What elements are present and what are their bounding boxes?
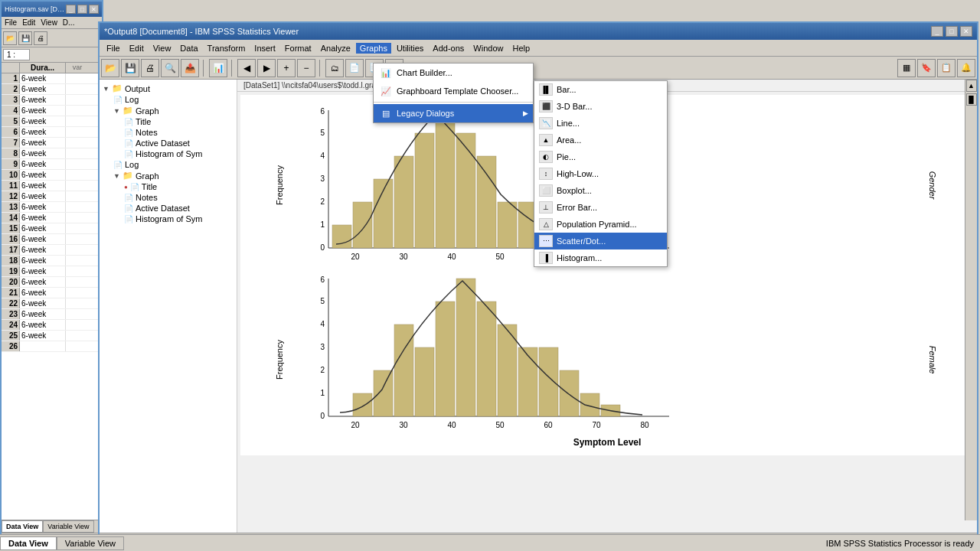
area-label: Area... (557, 135, 581, 145)
log1-doc-icon: 📄 (113, 96, 122, 104)
scatterdot-item[interactable]: ⋯ Scatter/Dot... (534, 233, 667, 249)
tool-print[interactable]: 🖨 (141, 59, 159, 77)
tool-add[interactable]: + (277, 59, 296, 77)
menu-analyze[interactable]: Analyze (317, 43, 354, 54)
svg-rect-47 (394, 324, 413, 416)
activeds1-doc-icon: 📄 (124, 139, 133, 148)
pyramid-item[interactable]: △ Population Pyramid... (534, 216, 667, 233)
menu-addons[interactable]: Add-ons (429, 43, 468, 54)
tool-search[interactable]: 🔍 (161, 59, 179, 77)
viewer-restore-btn[interactable]: □ (946, 26, 958, 37)
menu-view[interactable]: View (149, 43, 175, 54)
de-tool1[interactable]: 📂 (3, 31, 17, 45)
menu-insert[interactable]: Insert (250, 43, 279, 54)
menu-graphs[interactable]: Graphs (356, 43, 391, 54)
svg-rect-50 (456, 279, 475, 416)
tree-item-histogram2[interactable]: 📄 Histogram of Sym (103, 214, 234, 224)
viewer-minimize-btn[interactable]: _ (931, 26, 943, 37)
tree-item-title2[interactable]: ● 📄 Title (103, 181, 234, 192)
data-view-tab-bottom[interactable]: Data View (0, 536, 57, 550)
tree-item-log2[interactable]: 📄 Log (103, 159, 234, 170)
tool-export[interactable]: 📤 (181, 59, 199, 77)
chart-builder-item[interactable]: 📊 Chart Builder... (374, 64, 533, 82)
de-tool3[interactable]: 🖨 (34, 31, 47, 45)
variable-view-tab[interactable]: Variable View (43, 520, 93, 533)
tool-open[interactable]: 📂 (101, 59, 119, 77)
tool-folder2[interactable]: 🗂 (325, 59, 344, 77)
tree-item-notes2[interactable]: 📄 Notes (103, 192, 234, 203)
pie-item[interactable]: ◐ Pie... (534, 148, 667, 165)
tree-item-histogram1[interactable]: 📄 Histogram of Sym (103, 148, 234, 159)
bar-icon: ▐▌ (539, 83, 553, 96)
area-item[interactable]: ▲ Area... (534, 132, 667, 148)
highlow-item[interactable]: ↕ High-Low... (534, 165, 667, 182)
svg-text:60: 60 (544, 421, 553, 429)
table-row: 106-week (2, 170, 102, 181)
tree-item-output[interactable]: ▼ 📁 Output (103, 83, 234, 94)
variable-view-tab-bottom[interactable]: Variable View (57, 536, 124, 550)
line-label: Line... (557, 119, 580, 128)
line-item[interactable]: 📉 Line... (534, 115, 667, 132)
svg-rect-53 (518, 347, 537, 416)
tool-r1[interactable]: ▦ (897, 59, 916, 77)
tree-item-notes1[interactable]: 📄 Notes (103, 127, 234, 138)
viewer-close-btn[interactable]: ✕ (960, 26, 972, 37)
right-scrollbar[interactable]: ▲ █ (965, 80, 977, 520)
tool-doc[interactable]: 📄 (345, 59, 364, 77)
svg-rect-20 (415, 133, 434, 248)
table-row: 26 (2, 341, 102, 352)
graphboard-label: Graphboard Template Chooser... (397, 86, 518, 96)
svg-text:2: 2 (320, 366, 325, 374)
highlow-icon: ↕ (539, 168, 553, 180)
legacy-dialogs-item[interactable]: ▤ Legacy Dialogs ▶ (374, 104, 533, 122)
errorbar-item[interactable]: ⊥ Error Bar... (534, 199, 667, 216)
tree-item-activedataset2[interactable]: 📄 Active Dataset (103, 203, 234, 214)
3dbar-item[interactable]: ⬛ 3-D Bar... (534, 98, 667, 115)
tree-item-activedataset1[interactable]: 📄 Active Dataset (103, 138, 234, 148)
graphboard-item[interactable]: 📈 Graphboard Template Chooser... (374, 82, 533, 100)
table-row: 116-week (2, 181, 102, 191)
bar-item[interactable]: ▐▌ Bar... (534, 81, 667, 98)
de-tool2[interactable]: 💾 (18, 31, 32, 45)
graph1-folder-icon: 📁 (122, 106, 133, 116)
tool-chart[interactable]: 📊 (209, 59, 227, 77)
de-menu-view[interactable]: View (39, 18, 59, 28)
close-btn[interactable]: ✕ (89, 5, 99, 14)
table-row: 146-week (2, 213, 102, 223)
tree-item-graph2[interactable]: ▼ 📁 Graph (103, 170, 234, 181)
svg-rect-24 (498, 202, 517, 248)
tree-item-log1[interactable]: 📄 Log (103, 94, 234, 105)
de-menu-edit[interactable]: Edit (21, 18, 37, 28)
minimize-btn[interactable]: _ (66, 5, 76, 14)
tree-item-graph1[interactable]: ▼ 📁 Graph (103, 105, 234, 116)
var-col-header: var (66, 63, 89, 73)
maximize-btn[interactable]: □ (77, 5, 87, 14)
menu-window[interactable]: Window (469, 43, 507, 54)
tool-save[interactable]: 💾 (121, 59, 139, 77)
tree-item-title1[interactable]: 📄 Title (103, 116, 234, 127)
legacy-icon: ▤ (380, 107, 392, 119)
tool-forward[interactable]: ▶ (257, 59, 276, 77)
tool-back[interactable]: ◀ (237, 59, 256, 77)
data-view-tab[interactable]: Data View (2, 520, 43, 533)
de-menu-file[interactable]: File (3, 18, 18, 28)
menu-format[interactable]: Format (281, 43, 315, 54)
tool-r2[interactable]: 🔖 (917, 59, 936, 77)
dura-col-header: Dura... (20, 63, 66, 73)
de-menu-d[interactable]: D... (61, 18, 77, 28)
menu-file[interactable]: File (103, 43, 124, 54)
menu-transform[interactable]: Transform (204, 43, 250, 54)
menu-edit[interactable]: Edit (126, 43, 148, 54)
table-row: 26-week (2, 84, 102, 95)
tool-r3[interactable]: 📋 (937, 59, 956, 77)
menu-utilities[interactable]: Utilities (393, 43, 427, 54)
viewer-title: *Output8 [Document8] - IBM SPSS Statisti… (104, 27, 299, 36)
tool-minus[interactable]: − (297, 59, 315, 77)
tool-r4[interactable]: 🔔 (957, 59, 975, 77)
menu-data[interactable]: Data (176, 43, 201, 54)
menu-help[interactable]: Help (508, 43, 534, 54)
histogram-menu-item[interactable]: ▐ Histogram... (534, 249, 667, 266)
boxplot-item[interactable]: ⬜ Boxplot... (534, 182, 667, 199)
table-row: 66-week (2, 127, 102, 138)
svg-text:6: 6 (320, 107, 325, 116)
